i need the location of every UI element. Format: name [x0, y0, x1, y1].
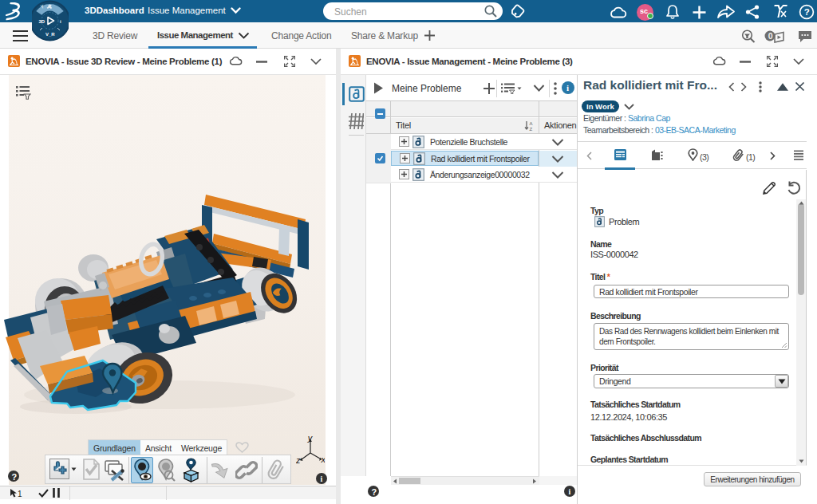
svg-text:?: ? [804, 7, 810, 17]
svg-text:A: A [530, 121, 533, 126]
svg-text:Z: Z [530, 127, 533, 132]
svg-text:3D: 3D [39, 19, 45, 24]
svg-text:V_R: V_R [45, 32, 55, 37]
svg-text:y: y [307, 435, 314, 443]
svg-text:1: 1 [18, 490, 22, 498]
svg-text:x: x [321, 455, 326, 464]
svg-text:0: 0 [768, 31, 773, 41]
svg-text:z: z [296, 455, 301, 465]
